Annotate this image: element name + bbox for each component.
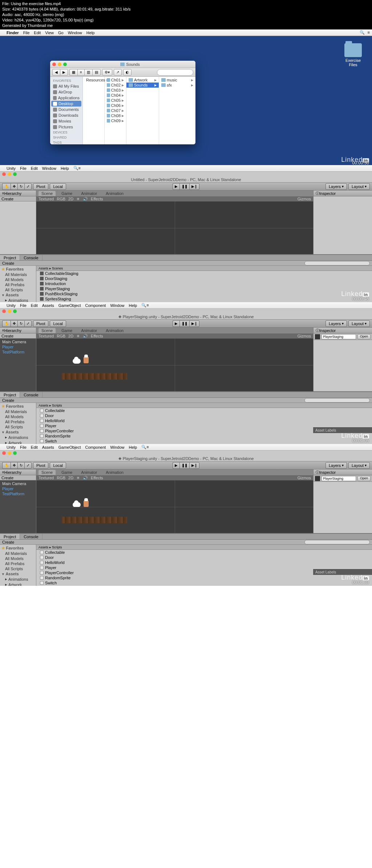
animation-tab[interactable]: Animation	[103, 328, 126, 333]
2d-toggle[interactable]: 2D	[68, 476, 73, 480]
create-dropdown[interactable]: Create	[2, 398, 14, 403]
menu-component[interactable]: Component	[85, 303, 106, 308]
back-button[interactable]: ◀	[52, 69, 60, 76]
2d-toggle[interactable]: 2D	[68, 197, 73, 201]
search-input[interactable]	[157, 69, 193, 76]
rotate-tool[interactable]: ↻	[17, 462, 24, 469]
col-item[interactable]: music▶	[159, 77, 195, 83]
game-tab[interactable]: Game	[58, 470, 75, 475]
maximize-button[interactable]	[63, 63, 67, 66]
hierarchy-tab[interactable]: ≡ Hierarchy	[0, 328, 36, 333]
menu-help[interactable]: Help	[129, 445, 137, 449]
view-cover-button[interactable]: ▤	[92, 69, 101, 76]
script-asset[interactable]: Switch	[36, 439, 372, 444]
render-mode[interactable]: RGB	[57, 197, 65, 201]
menu-gameobject[interactable]: GameObject	[58, 445, 81, 449]
minimize-button[interactable]	[8, 309, 11, 313]
col-item[interactable]: Ch06▶	[105, 103, 126, 108]
minimize-button[interactable]	[58, 63, 61, 66]
menu-gameobject[interactable]: GameObject	[58, 303, 81, 308]
shading-mode[interactable]: Textured	[39, 334, 54, 338]
player-sprite[interactable]	[84, 357, 89, 363]
inspector-tab[interactable]: ⓘ Inspector	[314, 191, 372, 196]
maximize-button[interactable]	[13, 172, 17, 176]
hierarchy-tab[interactable]: ≡ Hierarchy	[0, 469, 36, 475]
script-asset[interactable]: Switch	[36, 580, 372, 585]
script-asset[interactable]: Door	[36, 413, 372, 418]
project-tab[interactable]: Project	[0, 255, 20, 260]
view-list-button[interactable]: ≡	[77, 69, 84, 76]
app-name[interactable]: Unity	[7, 166, 16, 171]
menu-window[interactable]: Window	[68, 31, 82, 35]
search-icon[interactable]: 🔍	[360, 30, 365, 35]
script-asset[interactable]: Collectable	[36, 550, 372, 555]
game-tab[interactable]: Game	[58, 191, 75, 196]
2d-toggle[interactable]: 2D	[68, 334, 73, 338]
col-item[interactable]: Ch07▶	[105, 108, 126, 113]
animator-tab[interactable]: Animator	[78, 328, 100, 333]
script-asset[interactable]: Collectable	[36, 408, 372, 413]
hierarchy-item[interactable]: TestPlatform	[2, 349, 34, 355]
hierarchy-list[interactable]: Main Camera Player TestPlatform	[0, 480, 36, 533]
sidebar-item-movies[interactable]: Movies	[50, 118, 82, 124]
render-mode[interactable]: RGB	[57, 476, 65, 480]
fav-item[interactable]: All Models	[1, 414, 35, 419]
hand-tool[interactable]: ✋	[2, 462, 11, 469]
sidebar-item-documents[interactable]: Documents	[50, 107, 82, 112]
fav-item[interactable]: All Scripts	[1, 287, 35, 292]
menu-help[interactable]: Help	[61, 166, 69, 171]
menu-file[interactable]: File	[23, 31, 30, 35]
console-tab[interactable]: Console	[20, 392, 42, 397]
menu-extras-icon[interactable]: ≡	[146, 303, 149, 307]
scale-tool[interactable]: ⤢	[24, 462, 32, 469]
menu-edit[interactable]: Edit	[31, 166, 38, 171]
scene-tab[interactable]: Scene	[39, 191, 56, 196]
play-button[interactable]: ▶	[173, 183, 179, 190]
menu-extras-icon[interactable]: ≡	[368, 30, 370, 35]
scene-tab[interactable]: Scene	[39, 328, 56, 333]
col-item[interactable]: Ch04▶	[105, 93, 126, 98]
menu-file[interactable]: File	[20, 166, 27, 171]
search-icon[interactable]: 🔍	[141, 303, 146, 307]
pause-button[interactable]: ❚❚	[179, 183, 189, 190]
animator-tab[interactable]: Animator	[78, 470, 100, 475]
effects-dropdown[interactable]: Effects	[91, 476, 103, 480]
scene-asset[interactable]: CollectableStaging	[36, 271, 372, 276]
menu-window[interactable]: Window	[42, 166, 56, 171]
fav-item[interactable]: All Materials	[1, 409, 35, 414]
scene-asset[interactable]: PushBlockStaging	[36, 291, 372, 296]
animation-tab[interactable]: Animation	[103, 191, 126, 196]
hierarchy-item[interactable]: Main Camera	[2, 481, 34, 486]
create-dropdown[interactable]: Create	[1, 476, 13, 480]
hierarchy-item[interactable]: Main Camera	[2, 339, 34, 344]
local-toggle[interactable]: Local	[50, 462, 66, 469]
render-mode[interactable]: RGB	[57, 334, 65, 338]
effects-dropdown[interactable]: Effects	[91, 334, 103, 338]
move-tool[interactable]: ✥	[11, 183, 17, 190]
pause-button[interactable]: ❚❚	[179, 320, 189, 327]
menu-window[interactable]: Window	[110, 303, 124, 308]
fav-item[interactable]: All Materials	[1, 272, 35, 277]
fav-item[interactable]: All Models	[1, 556, 35, 561]
move-tool[interactable]: ✥	[11, 462, 17, 469]
forward-button[interactable]: ▶	[60, 69, 68, 76]
menu-file[interactable]: File	[20, 303, 27, 308]
scene-viewport[interactable]	[36, 201, 313, 254]
search-icon[interactable]: 🔍	[141, 445, 146, 449]
inspector-tab[interactable]: ⓘ Inspector	[314, 328, 372, 333]
sidebar-item-applications[interactable]: Applications	[50, 95, 82, 101]
asset-folder[interactable]: ▸ Artwork	[1, 582, 35, 586]
sidebar-item-desktop[interactable]: Desktop	[51, 101, 81, 107]
layers-dropdown[interactable]: Layers ▾	[326, 462, 347, 469]
pivot-toggle[interactable]: Pivot	[33, 183, 48, 190]
rotate-tool[interactable]: ↻	[17, 183, 24, 190]
menu-edit[interactable]: Edit	[34, 31, 41, 35]
layout-dropdown[interactable]: Layout ▾	[348, 462, 370, 469]
menu-go[interactable]: Go	[58, 31, 64, 35]
fav-item[interactable]: All Prefabs	[1, 282, 35, 287]
menu-extras-icon[interactable]: ≡	[78, 166, 81, 170]
col-item[interactable]: Ch01▶	[105, 77, 126, 83]
gizmos-dropdown[interactable]: Gizmos	[298, 197, 311, 201]
menu-component[interactable]: Component	[85, 445, 106, 449]
close-button[interactable]	[2, 172, 6, 176]
